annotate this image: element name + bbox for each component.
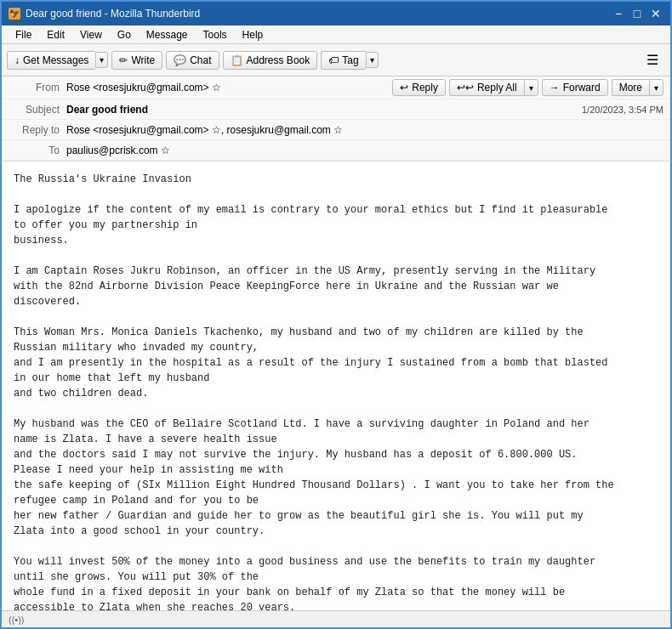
window-title: Dear good friend - Mozilla Thunderbird bbox=[26, 8, 200, 20]
minimize-button[interactable]: − bbox=[611, 6, 626, 21]
reply-to-row: Reply to Rose <rosesjukru@gmail.com> ☆, … bbox=[2, 120, 670, 140]
reply-all-group: ↩↩ Reply All ▾ bbox=[449, 79, 538, 96]
to-value: paulius@pcrisk.com ☆ bbox=[66, 144, 663, 156]
tag-label: Tag bbox=[342, 54, 358, 66]
statusbar: ((•)) bbox=[2, 610, 670, 627]
to-label: To bbox=[9, 144, 60, 156]
forward-button[interactable]: → Forward bbox=[542, 79, 608, 96]
email-header: From Rose <rosesjukru@gmail.com> ☆ ↩ Rep… bbox=[2, 76, 670, 162]
more-arrow[interactable]: ▾ bbox=[649, 79, 663, 96]
tag-icon: 🏷 bbox=[328, 54, 339, 66]
write-label: Write bbox=[131, 54, 155, 66]
app-icon: 🦅 bbox=[9, 8, 20, 20]
write-icon: ✏ bbox=[119, 54, 128, 66]
to-row: To paulius@pcrisk.com ☆ bbox=[2, 140, 670, 161]
get-messages-arrow[interactable]: ▾ bbox=[95, 52, 108, 68]
maximize-button[interactable]: □ bbox=[629, 6, 645, 21]
menu-file[interactable]: File bbox=[9, 27, 38, 42]
reply-all-arrow[interactable]: ▾ bbox=[524, 79, 538, 96]
from-label: From bbox=[9, 82, 60, 94]
close-button[interactable]: ✕ bbox=[648, 6, 663, 21]
address-book-label: Address Book bbox=[247, 54, 310, 66]
email-body: The Russia's Ukraine Invasion I apologiz… bbox=[2, 162, 670, 610]
menu-view[interactable]: View bbox=[73, 27, 109, 42]
more-label: More bbox=[619, 82, 642, 94]
reply-all-button[interactable]: ↩↩ Reply All bbox=[449, 79, 524, 96]
reply-all-label: Reply All bbox=[477, 82, 517, 94]
reply-icon: ↩ bbox=[400, 82, 408, 94]
main-window: 🦅 Dear good friend - Mozilla Thunderbird… bbox=[0, 0, 672, 629]
reply-button[interactable]: ↩ Reply bbox=[392, 79, 446, 96]
get-messages-group: ↓ Get Messages ▾ bbox=[7, 51, 108, 70]
wifi-icon: ((•)) bbox=[9, 615, 25, 625]
reply-to-value: Rose <rosesjukru@gmail.com> ☆, rosesjukr… bbox=[66, 124, 663, 136]
email-content: The Russia's Ukraine Invasion I apologiz… bbox=[14, 172, 658, 610]
menu-message[interactable]: Message bbox=[140, 27, 195, 42]
hamburger-button[interactable]: ☰ bbox=[640, 48, 665, 71]
menu-help[interactable]: Help bbox=[236, 27, 271, 42]
forward-label: Forward bbox=[563, 82, 601, 94]
menu-edit[interactable]: Edit bbox=[40, 27, 71, 42]
reply-label: Reply bbox=[412, 82, 438, 94]
toolbar: ↓ Get Messages ▾ ✏ Write 💬 Chat 📋 Addres… bbox=[2, 44, 670, 76]
menubar: File Edit View Go Message Tools Help bbox=[2, 26, 670, 44]
chat-icon: 💬 bbox=[174, 54, 186, 66]
titlebar-controls: − □ ✕ bbox=[611, 6, 663, 21]
tag-button[interactable]: 🏷 Tag bbox=[321, 51, 365, 70]
subject-value: Dear good friend bbox=[66, 104, 582, 116]
chat-button[interactable]: 💬 Chat bbox=[166, 51, 219, 70]
tag-arrow[interactable]: ▾ bbox=[366, 52, 379, 68]
subject-label: Subject bbox=[9, 104, 60, 116]
get-messages-button[interactable]: ↓ Get Messages bbox=[7, 51, 95, 70]
email-date: 1/20/2023, 3:54 PM bbox=[582, 105, 663, 115]
forward-icon: → bbox=[550, 82, 560, 94]
address-book-button[interactable]: 📋 Address Book bbox=[223, 51, 318, 70]
menu-go[interactable]: Go bbox=[111, 27, 138, 42]
get-messages-label: Get Messages bbox=[23, 54, 88, 66]
menu-tools[interactable]: Tools bbox=[196, 27, 234, 42]
write-button[interactable]: ✏ Write bbox=[111, 51, 162, 70]
tag-group: 🏷 Tag ▾ bbox=[321, 51, 378, 70]
subject-row: Subject Dear good friend 1/20/2023, 3:54… bbox=[2, 99, 670, 120]
header-action-buttons: ↩ Reply ↩↩ Reply All ▾ → Forward More bbox=[392, 79, 663, 96]
chat-label: Chat bbox=[190, 54, 211, 66]
reply-to-label: Reply to bbox=[9, 124, 60, 136]
titlebar: 🦅 Dear good friend - Mozilla Thunderbird… bbox=[2, 2, 670, 26]
reply-all-icon: ↩↩ bbox=[457, 82, 474, 94]
more-button[interactable]: More bbox=[612, 79, 649, 96]
from-value: Rose <rosesjukru@gmail.com> ☆ bbox=[66, 82, 392, 94]
more-group: More ▾ bbox=[612, 79, 663, 96]
get-messages-icon: ↓ bbox=[14, 54, 20, 66]
address-book-icon: 📋 bbox=[231, 54, 243, 66]
titlebar-left: 🦅 Dear good friend - Mozilla Thunderbird bbox=[9, 8, 200, 20]
from-row: From Rose <rosesjukru@gmail.com> ☆ ↩ Rep… bbox=[2, 76, 670, 99]
